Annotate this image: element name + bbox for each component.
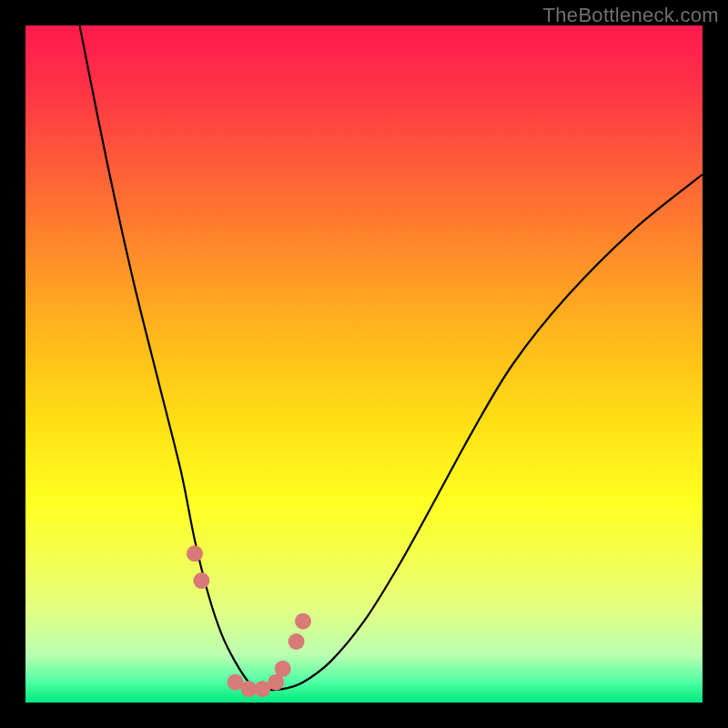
marker-point: [241, 681, 258, 697]
chart-svg: [25, 25, 703, 703]
watermark-label: TheBottleneck.com: [543, 4, 719, 27]
marker-point: [288, 633, 305, 650]
chart-frame: TheBottleneck.com: [0, 0, 728, 728]
marker-point: [295, 613, 311, 630]
chart-plot-area: [25, 25, 703, 703]
marker-point: [193, 572, 209, 589]
marker-point: [228, 674, 244, 691]
marker-point: [254, 681, 270, 697]
marker-point: [268, 674, 284, 691]
highlight-markers: [187, 545, 311, 697]
marker-point: [275, 661, 291, 677]
marker-point: [187, 545, 203, 561]
bottleneck-curve: [80, 25, 703, 690]
